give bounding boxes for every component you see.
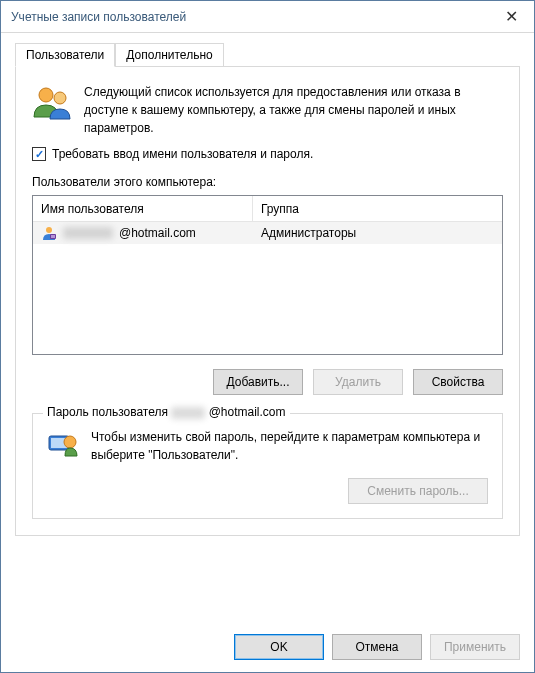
password-icon <box>47 428 79 460</box>
add-button-label: Добавить... <box>226 375 289 389</box>
ok-button-label: OK <box>270 640 287 654</box>
tab-advanced-label: Дополнительно <box>126 48 212 62</box>
password-group-legend: Пароль пользователя @hotmail.com <box>43 405 290 419</box>
listview-header: Имя пользователя Группа <box>33 196 502 222</box>
col-username-label: Имя пользователя <box>41 202 144 216</box>
add-button[interactable]: Добавить... <box>213 369 303 395</box>
password-group-text: Чтобы изменить свой пароль, перейдите к … <box>91 428 488 464</box>
user-accounts-dialog: Учетные записи пользователей ✕ Пользоват… <box>0 0 535 673</box>
window-title: Учетные записи пользователей <box>11 10 186 24</box>
user-buttons-row: Добавить... Удалить Свойства <box>32 369 503 395</box>
legend-prefix: Пароль пользователя <box>47 405 171 419</box>
user-icon <box>41 225 57 241</box>
legend-user: @hotmail.com <box>209 405 286 419</box>
legend-redacted <box>171 407 205 419</box>
cancel-button[interactable]: Отмена <box>332 634 422 660</box>
close-icon: ✕ <box>505 7 518 26</box>
tab-panel-users: Следующий список используется для предос… <box>15 66 520 536</box>
col-username[interactable]: Имя пользователя <box>33 196 253 221</box>
remove-button-label: Удалить <box>335 375 381 389</box>
checkmark-icon: ✓ <box>35 149 44 160</box>
svg-point-7 <box>64 436 76 448</box>
username-text: @hotmail.com <box>119 226 196 240</box>
svg-point-1 <box>54 92 66 104</box>
require-login-row: ✓ Требовать ввод имени пользователя и па… <box>32 147 503 161</box>
require-login-checkbox[interactable]: ✓ <box>32 147 46 161</box>
username-redacted <box>63 227 113 239</box>
users-icon <box>32 83 72 123</box>
tabstrip: Пользователи Дополнительно <box>15 43 520 67</box>
apply-button-label: Применить <box>444 640 506 654</box>
password-button-row: Сменить пароль... <box>47 478 488 504</box>
password-group-row: Чтобы изменить свой пароль, перейдите к … <box>47 428 488 464</box>
properties-button[interactable]: Свойства <box>413 369 503 395</box>
properties-button-label: Свойства <box>432 375 485 389</box>
dialog-footer: OK Отмена Применить <box>1 622 534 672</box>
col-group-label: Группа <box>261 202 299 216</box>
ok-button[interactable]: OK <box>234 634 324 660</box>
group-text: Администраторы <box>261 226 356 240</box>
remove-button: Удалить <box>313 369 403 395</box>
close-button[interactable]: ✕ <box>488 1 534 32</box>
tab-users[interactable]: Пользователи <box>15 43 115 67</box>
apply-button: Применить <box>430 634 520 660</box>
tab-advanced[interactable]: Дополнительно <box>115 43 223 67</box>
cell-username: @hotmail.com <box>33 225 253 241</box>
svg-point-2 <box>46 227 52 233</box>
intro-text: Следующий список используется для предос… <box>84 83 503 137</box>
svg-point-0 <box>39 88 53 102</box>
change-password-button: Сменить пароль... <box>348 478 488 504</box>
change-password-label: Сменить пароль... <box>367 484 469 498</box>
content-area: Пользователи Дополнительно Следующий спи… <box>1 33 534 622</box>
require-login-label: Требовать ввод имени пользователя и паро… <box>52 147 313 161</box>
cancel-button-label: Отмена <box>355 640 398 654</box>
cell-group: Администраторы <box>253 226 502 240</box>
col-group[interactable]: Группа <box>253 196 502 221</box>
titlebar: Учетные записи пользователей ✕ <box>1 1 534 33</box>
intro-row: Следующий список используется для предос… <box>32 83 503 137</box>
table-row[interactable]: @hotmail.com Администраторы <box>33 222 502 244</box>
svg-rect-4 <box>51 235 55 238</box>
tab-users-label: Пользователи <box>26 48 104 62</box>
users-list-label: Пользователи этого компьютера: <box>32 175 503 189</box>
password-groupbox: Пароль пользователя @hotmail.com Чтобы и… <box>32 413 503 519</box>
users-listview[interactable]: Имя пользователя Группа <box>32 195 503 355</box>
